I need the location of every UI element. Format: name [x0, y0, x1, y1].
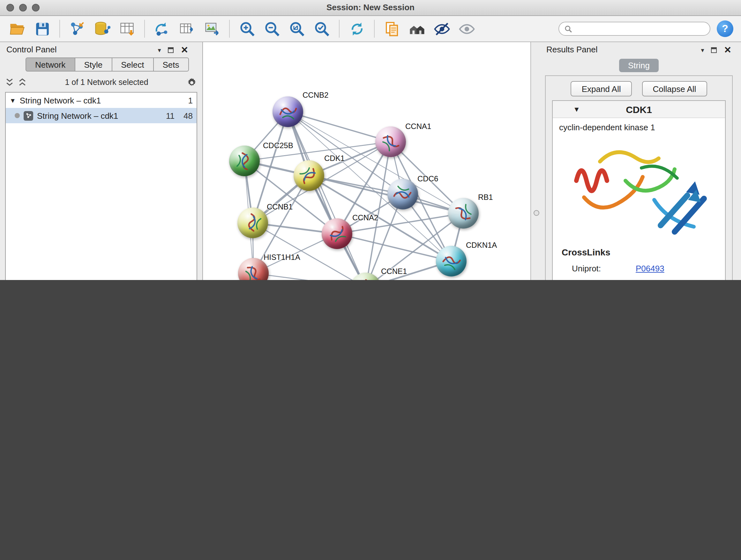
tab-style[interactable]: Style [75, 57, 112, 71]
string-tab-badge[interactable]: String [619, 59, 659, 72]
network-node-rb1[interactable] [448, 198, 479, 229]
network-node-cdk1[interactable] [293, 160, 324, 191]
show-all-eye-icon[interactable] [457, 19, 476, 38]
tab-sets[interactable]: Sets [153, 57, 189, 71]
open-session-icon[interactable] [8, 19, 27, 38]
crosslink-value-link[interactable]: P06493 [636, 264, 664, 273]
network-node-label-rb1: RB1 [478, 193, 493, 202]
network-node-label-ccnb1: CCNB1 [267, 202, 293, 211]
network-node-label-cdkn1a: CDKN1A [466, 241, 497, 250]
network-node-ccnb1[interactable] [238, 207, 268, 238]
control-panel-tabs: NetworkStyleSelectSets [25, 57, 189, 71]
zoom-in-icon[interactable] [238, 19, 257, 38]
collapse-all-button[interactable]: Collapse All [642, 81, 707, 97]
protein-name: CDK1 [626, 104, 652, 115]
network-node-cdc6[interactable] [387, 179, 418, 209]
save-session-icon[interactable] [32, 19, 52, 38]
tab-select[interactable]: Select [112, 57, 153, 71]
network-node-cdc25b[interactable] [229, 145, 260, 176]
string-results-box: Expand All Collapse All ▼ CDK1 cyclin-de… [545, 75, 733, 280]
zoom-selected-icon[interactable] [312, 19, 331, 38]
protein-description: cyclin-dependent kinase 1 [553, 118, 725, 132]
collapse-all-tree-icon[interactable] [18, 78, 27, 87]
toolbar-separator [374, 20, 375, 38]
collapse-section-icon[interactable]: ▼ [573, 105, 580, 113]
network-node-ccnb2[interactable] [273, 97, 303, 127]
expand-all-tree-icon[interactable] [5, 78, 14, 87]
edge-count: 48 [184, 111, 193, 120]
network-node-ccna1[interactable] [375, 126, 406, 157]
network-canvas[interactable]: CCNB2CCNA1CDC25BCDK1CDC6RB1CCNB1CCNA2CDK… [203, 42, 531, 280]
search-input[interactable] [576, 23, 704, 34]
copy-document-icon[interactable] [382, 19, 401, 38]
network-label: String Network – cdk1 [37, 111, 118, 120]
protein-structure-image [553, 135, 725, 245]
search-icon [564, 24, 572, 33]
close-panel-icon[interactable]: ✕ [724, 45, 731, 54]
export-table-icon[interactable] [178, 19, 197, 38]
control-panel-title: Control Panel [6, 42, 57, 56]
node-count: 11 [166, 111, 175, 120]
toolbar-separator [59, 20, 60, 38]
toolbar-separator [229, 20, 230, 38]
network-tree: ▼ String Network – cdk1 1 String Network… [5, 92, 197, 280]
network-node-label-ccna2: CCNA2 [352, 213, 378, 222]
collapse-panel-icon[interactable]: ▾ [701, 46, 704, 53]
crosslink-row: GeneCard:P06493 [562, 276, 716, 280]
network-edge[interactable] [309, 176, 463, 213]
results-panel-title: Results Panel [546, 42, 597, 56]
crosslinks-heading: CrossLinks [562, 247, 716, 257]
application-window: Session: New Session [0, 0, 741, 280]
search-field[interactable] [558, 22, 711, 36]
toolbar-separator [339, 20, 340, 38]
refresh-layout-icon[interactable] [347, 19, 366, 38]
string-network-icon [23, 111, 33, 120]
export-image-icon[interactable] [202, 19, 221, 38]
network-node-label-ccne1: CCNE1 [381, 267, 407, 276]
network-node-label-cdc25b: CDC25B [263, 141, 293, 150]
crosslinks-list: Uniprot:P06493GeneCard:P06493Compartment… [562, 261, 716, 280]
zoom-fit-icon[interactable] [287, 19, 307, 38]
home-icon[interactable] [407, 19, 426, 38]
network-selection-status: 1 of 1 Network selected [27, 78, 186, 87]
network-node-label-cdc6: CDC6 [417, 174, 438, 183]
network-collection-label: String Network – cdk1 [20, 96, 101, 105]
crosslink-value-link[interactable]: P06493 [636, 278, 664, 280]
network-options-gear-icon[interactable] [186, 77, 197, 88]
control-panel: Control Panel ▾ ✕ NetworkStyleSelectSets… [0, 42, 203, 280]
collapse-panel-icon[interactable]: ▾ [158, 46, 161, 53]
hide-selected-eye-icon[interactable] [432, 19, 451, 38]
collection-count: 1 [188, 96, 193, 105]
tab-network[interactable]: Network [25, 57, 75, 71]
expand-all-button[interactable]: Expand All [571, 81, 632, 97]
network-row[interactable]: String Network – cdk1 11 48 [6, 108, 197, 123]
toolbar-separator [144, 20, 145, 38]
network-node-ccna2[interactable] [322, 219, 352, 249]
float-panel-icon[interactable] [711, 47, 717, 53]
network-collection-row[interactable]: ▼ String Network – cdk1 1 [6, 92, 197, 108]
import-network-from-file-icon[interactable] [68, 19, 87, 38]
title-bar: Session: New Session [0, 0, 741, 16]
network-node-label-cdk1: CDK1 [324, 154, 345, 163]
tree-expand-icon[interactable]: ▼ [10, 97, 16, 104]
network-status-dot [15, 113, 20, 118]
network-node-label-hist1h1a: HIST1H1A [264, 253, 300, 262]
right-splitter-handle[interactable] [534, 210, 539, 216]
zoom-out-icon[interactable] [262, 19, 281, 38]
import-network-from-database-icon[interactable] [92, 19, 112, 38]
new-network-from-selection-icon[interactable] [152, 19, 172, 38]
close-panel-icon[interactable]: ✕ [181, 45, 188, 54]
import-table-icon[interactable] [118, 19, 137, 38]
network-node-label-ccna1: CCNA1 [405, 122, 431, 131]
network-view-region: CCNB2CCNA1CDC25BCDK1CDC6RB1CCNB1CCNA2CDK… [203, 42, 531, 280]
protein-detail-card: ▼ CDK1 cyclin-dependent kinase 1 [552, 100, 726, 280]
results-panel: Results Panel ▾ ✕ String Expand All Coll… [540, 42, 738, 280]
float-panel-icon[interactable] [168, 47, 174, 53]
window-title: Session: New Session [0, 3, 741, 12]
crosslink-label: GeneCard: [572, 278, 636, 280]
crosslink-label: Uniprot: [572, 264, 636, 273]
help-icon[interactable]: ? [717, 20, 733, 37]
network-node-label-ccnb2: CCNB2 [302, 91, 328, 100]
crosslink-row: Uniprot:P06493 [562, 261, 716, 276]
network-node-cdkn1a[interactable] [436, 246, 467, 276]
